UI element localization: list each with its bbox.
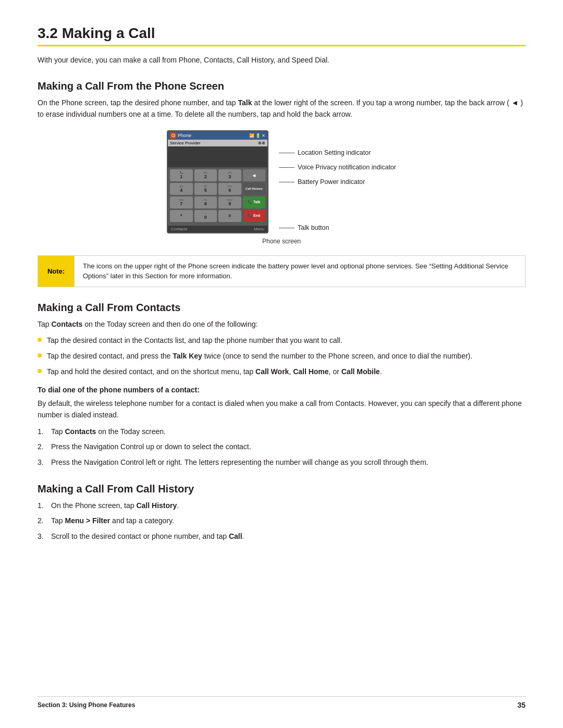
callhistory-step-1: 1. On the Phone screen, tap Call History… (38, 500, 525, 512)
phone-screen-para: On the Phone screen, tap the desired pho… (38, 97, 525, 120)
phone-diagram-container: ⨀ Phone 📶 🔋 ✕ Service Provider ⊕⊕ (38, 130, 525, 244)
callout-dash-4 (279, 228, 295, 228)
contacts-step-1-text: Tap Contacts on the Today screen. (51, 426, 166, 438)
phone-titlebar-left: ⨀ Phone (170, 132, 191, 139)
bullet-text-3: Tap and hold the desired contact, and on… (47, 366, 382, 378)
subsection-callhistory-title: Making a Call From Call History (38, 483, 525, 495)
key-6: mno 6 (218, 183, 241, 195)
callout-location-text: Location Setting indicator (298, 149, 371, 156)
key-3: def 3 (218, 169, 241, 181)
callout-voice-text: Voice Privacy notification indicator (298, 164, 396, 171)
callout-battery: Battery Power indicator (279, 178, 396, 186)
bullet-item-2: Tap the desired contact, and press the T… (38, 351, 525, 362)
key-call-history: Call History (243, 183, 266, 195)
contacts-step-3: 3. Press the Navigation Control left or … (38, 457, 525, 468)
callout-dash-2 (279, 167, 295, 168)
callhistory-numbered-list: 1. On the Phone screen, tap Call History… (38, 500, 525, 542)
phone-titlebar: ⨀ Phone 📶 🔋 ✕ (168, 131, 267, 140)
callout-talk-text: Talk button (298, 224, 329, 231)
key-talk: 📞 Talk (243, 196, 266, 208)
phone-keypad: 📞 1 abc 2 def 3 ◄ (168, 167, 267, 225)
bullet-dot-3 (38, 369, 42, 373)
contacts-step-1: 1. Tap Contacts on the Today screen. (38, 426, 525, 438)
intro-paragraph: With your device, you can make a call fr… (38, 55, 525, 66)
callout-dash-1 (279, 153, 295, 153)
key-end: 📞 End (243, 210, 266, 222)
bullet-text-2: Tap the desired contact, and press the T… (47, 351, 472, 362)
note-label: Note: (38, 256, 75, 287)
dial-subheading: To dial one of the phone numbers of a co… (38, 386, 525, 394)
provider-text: Service Provider (170, 141, 201, 145)
menu-button: Menu (254, 227, 264, 231)
footer-page-number: 35 (517, 701, 525, 709)
callout-talk: Talk button (279, 224, 396, 231)
page-title: 3.2 Making a Call (38, 25, 525, 46)
bullet-text-1: Tap the desired contact in the Contacts … (47, 335, 342, 347)
subsection-phone-title: Making a Call From the Phone Screen (38, 80, 525, 92)
callhistory-step-1-text: On the Phone screen, tap Call History. (51, 500, 179, 512)
battery-icon: 🔋 (255, 133, 261, 138)
phone-provider-bar: Service Provider ⊕⊕ (168, 140, 267, 146)
contacts-numbered-list: 1. Tap Contacts on the Today screen. 2. … (38, 426, 525, 468)
contacts-intro: Tap Contacts on the Today screen and the… (38, 319, 525, 330)
contacts-step-2-text: Press the Navigation Control up or down … (51, 441, 251, 453)
contacts-sub-intro: By default, the wireless telephone numbe… (38, 398, 525, 421)
callhistory-step-3: 3. Scroll to the desired contact or phon… (38, 531, 525, 542)
keypad-row-4: * + 0 # 📞 End (170, 210, 265, 222)
subsection-contacts-title: Making a Call From Contacts (38, 302, 525, 314)
key-2: abc 2 (194, 169, 217, 181)
contacts-button: Contacts (171, 227, 188, 231)
note-box: Note: The icons on the upper right of th… (38, 255, 525, 287)
key-4: ghi 4 (170, 183, 193, 195)
callhistory-step-2-text: Tap Menu > Filter and tap a category. (51, 515, 174, 527)
contacts-bullet-list: Tap the desired contact in the Contacts … (38, 335, 525, 377)
windows-icon: ⨀ (170, 132, 176, 139)
footer-section-label: Section 3: Using Phone Features (38, 701, 135, 709)
phone-caption: Phone screen (262, 238, 301, 245)
contacts-step-2: 2. Press the Navigation Control up or do… (38, 441, 525, 453)
key-7: pqrs 7 (170, 196, 193, 208)
phone-title-text: Phone (178, 133, 191, 138)
bullet-dot-2 (38, 353, 42, 357)
keypad-row-2: ghi 4 jkl 5 mno 6 Call History (170, 183, 265, 195)
callhistory-step-3-text: Scroll to the desired contact or phone n… (51, 531, 244, 542)
key-5: jkl 5 (194, 183, 217, 195)
callhistory-step-2: 2. Tap Menu > Filter and tap a category. (38, 515, 525, 527)
key-9: wxyz 9 (218, 196, 241, 208)
phone-diagram: ⨀ Phone 📶 🔋 ✕ Service Provider ⊕⊕ (167, 130, 396, 233)
phone-display (168, 146, 267, 167)
key-star: * (170, 210, 193, 222)
callout-lines: Location Setting indicator Voice Privacy… (279, 130, 396, 231)
bullet-dot-1 (38, 338, 42, 342)
callout-dash-3 (279, 182, 295, 182)
contacts-step-3-text: Press the Navigation Control left or rig… (51, 457, 428, 468)
keypad-row-3: pqrs 7 tuv 8 wxyz 9 📞 Talk (170, 196, 265, 208)
close-icon: ✕ (262, 133, 265, 138)
key-1: 📞 1 (170, 169, 193, 181)
key-8: tuv 8 (194, 196, 217, 208)
callout-voice: Voice Privacy notification indicator (279, 164, 396, 171)
key-0: + 0 (194, 210, 217, 222)
phone-bottom-bar: Contacts Menu (168, 226, 267, 232)
phone-titlebar-icons: 📶 🔋 ✕ (249, 133, 265, 138)
key-backspace: ◄ (243, 169, 266, 181)
bullet-item-1: Tap the desired contact in the Contacts … (38, 335, 525, 347)
page-footer: Section 3: Using Phone Features 35 (38, 696, 525, 709)
provider-icons: ⊕⊕ (258, 141, 265, 145)
callout-battery-text: Battery Power indicator (298, 178, 365, 186)
signal-icon: 📶 (249, 133, 254, 138)
phone-mockup: ⨀ Phone 📶 🔋 ✕ Service Provider ⊕⊕ (167, 130, 268, 233)
keypad-row-1: 📞 1 abc 2 def 3 ◄ (170, 169, 265, 181)
note-content: The icons on the upper right of the Phon… (75, 256, 525, 287)
key-hash: # (218, 210, 241, 222)
bullet-item-3: Tap and hold the desired contact, and on… (38, 366, 525, 378)
callout-location: Location Setting indicator (279, 149, 396, 156)
